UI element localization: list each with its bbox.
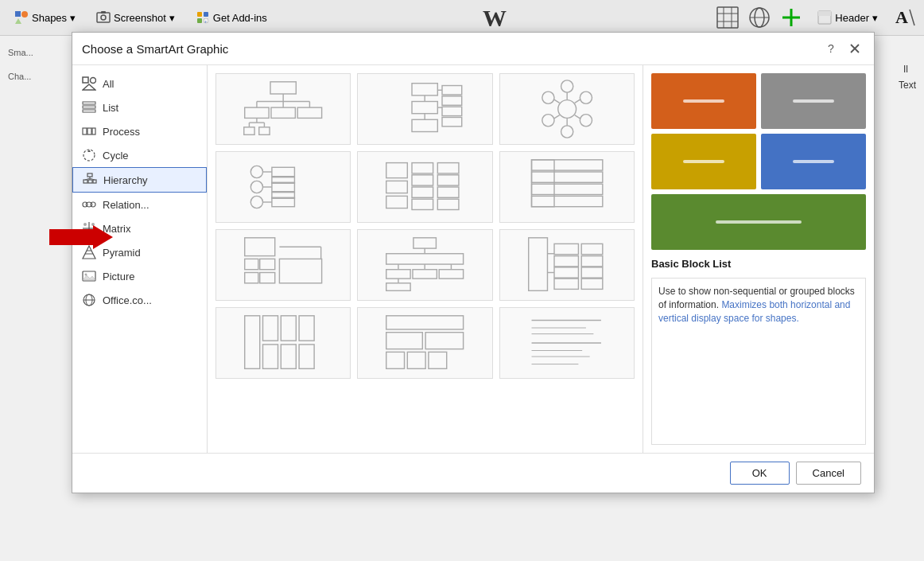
svg-rect-133 [531, 160, 554, 207]
svg-rect-168 [263, 345, 278, 368]
svg-point-98 [561, 126, 573, 138]
all-icon [82, 76, 96, 91]
sidebar-cycle-label: Cycle [103, 150, 129, 162]
svg-rect-165 [263, 316, 278, 341]
svg-rect-166 [281, 316, 296, 341]
bg-label-cha: Cha... [8, 72, 31, 81]
header-icon [817, 10, 832, 25]
titlebar-buttons: ? [823, 39, 864, 58]
screenshot-button[interactable]: Screenshot ▾ [90, 7, 181, 28]
svg-rect-150 [440, 270, 464, 279]
svg-rect-9 [197, 18, 202, 23]
svg-rect-6 [101, 11, 106, 14]
svg-rect-7 [197, 12, 202, 17]
svg-rect-169 [281, 345, 296, 368]
swatch-line [683, 99, 725, 103]
swatch-orange[interactable] [651, 73, 756, 129]
diagram-text-list[interactable] [499, 307, 635, 379]
sidebar-item-picture[interactable]: Picture [72, 264, 207, 288]
sidebar-item-hierarchy[interactable]: Hierarchy [72, 167, 207, 193]
cancel-button[interactable]: Cancel [796, 462, 861, 485]
svg-rect-74 [245, 107, 269, 118]
svg-rect-83 [412, 84, 437, 95]
svg-rect-38 [92, 128, 95, 134]
diagram-block-list[interactable] [215, 307, 351, 379]
svg-point-2 [21, 11, 28, 18]
svg-rect-161 [581, 256, 603, 267]
svg-text:A: A [895, 7, 908, 27]
svg-rect-153 [528, 238, 547, 291]
swatch-blue[interactable] [761, 134, 866, 189]
diagram-radial[interactable] [499, 73, 635, 145]
svg-rect-118 [386, 163, 408, 178]
picture-icon [82, 269, 96, 283]
svg-line-106 [553, 99, 560, 103]
svg-rect-88 [442, 86, 462, 95]
svg-rect-176 [429, 352, 447, 368]
swatch-yellow[interactable] [651, 134, 756, 189]
help-button[interactable]: ? [823, 41, 839, 56]
svg-line-105 [553, 115, 560, 119]
diagram-org-chart[interactable] [215, 73, 351, 145]
svg-rect-142 [413, 238, 437, 248]
sidebar-hierarchy-label: Hierarchy [103, 174, 148, 186]
diagram-vertical-lines[interactable] [357, 229, 492, 301]
swatch-green[interactable] [651, 194, 866, 250]
diagram-horizontal-boxes[interactable] [357, 151, 492, 223]
get-addins-button[interactable]: + Get Add-ins [189, 7, 274, 28]
diagram-hierarchy-list[interactable] [215, 151, 351, 223]
sidebar-item-office[interactable]: Office.co... [72, 288, 207, 312]
header-label: Header [835, 12, 869, 24]
sidebar-item-relationship[interactable]: Relation... [72, 193, 207, 216]
sidebar-item-list[interactable]: List [72, 95, 207, 119]
sidebar-item-cycle[interactable]: Cycle [72, 143, 207, 167]
shapes-chevron-icon: ▾ [70, 12, 76, 24]
svg-rect-163 [581, 279, 603, 289]
svg-rect-36 [83, 128, 87, 134]
diagram-horizontal-block-list[interactable] [357, 307, 492, 379]
svg-rect-123 [412, 187, 433, 197]
globe-icon [747, 6, 771, 29]
svg-rect-44 [83, 180, 87, 183]
svg-rect-130 [531, 172, 602, 182]
svg-rect-30 [83, 77, 88, 83]
svg-rect-121 [412, 163, 433, 173]
svg-rect-171 [386, 316, 464, 329]
dialog-title: Choose a SmartArt Graphic [82, 42, 228, 56]
header-button[interactable]: Header ▾ [811, 7, 884, 28]
sidebar-item-process[interactable]: Process [72, 119, 207, 143]
svg-rect-8 [204, 12, 208, 17]
preview-panel: Basic Block List Use to show non-sequent… [643, 65, 874, 453]
svg-rect-135 [245, 259, 258, 269]
svg-rect-159 [554, 279, 578, 289]
sidebar-relationship-label: Relation... [103, 199, 149, 211]
svg-point-99 [542, 115, 553, 127]
svg-marker-64 [83, 275, 95, 280]
svg-rect-119 [386, 181, 408, 193]
sidebar-all-label: All [103, 78, 114, 90]
sidebar-item-all[interactable]: All [72, 72, 207, 95]
diagram-table-list[interactable] [499, 151, 635, 223]
svg-rect-126 [438, 175, 460, 185]
svg-marker-0 [49, 225, 113, 249]
diagram-horizontal-hierarchy[interactable] [357, 73, 492, 145]
diagram-grid [215, 73, 635, 379]
svg-rect-46 [93, 180, 96, 183]
svg-rect-4 [97, 13, 110, 22]
svg-text:W: W [483, 5, 507, 31]
diagram-labeled-hierarchy[interactable] [499, 229, 635, 301]
svg-rect-84 [412, 102, 437, 114]
svg-rect-90 [442, 107, 462, 115]
svg-rect-136 [260, 259, 275, 269]
ok-button[interactable]: OK [730, 462, 790, 485]
shapes-button[interactable]: Shapes ▾ [8, 7, 82, 28]
svg-rect-1 [15, 11, 21, 17]
swatch-gray[interactable] [761, 73, 866, 129]
diagram-block-hierarchy[interactable] [215, 229, 351, 301]
svg-rect-125 [438, 163, 460, 173]
svg-point-31 [91, 78, 96, 84]
close-button[interactable] [845, 39, 864, 58]
svg-rect-43 [87, 173, 92, 177]
wikipedia-icon: W [479, 4, 511, 32]
process-icon [82, 124, 96, 138]
